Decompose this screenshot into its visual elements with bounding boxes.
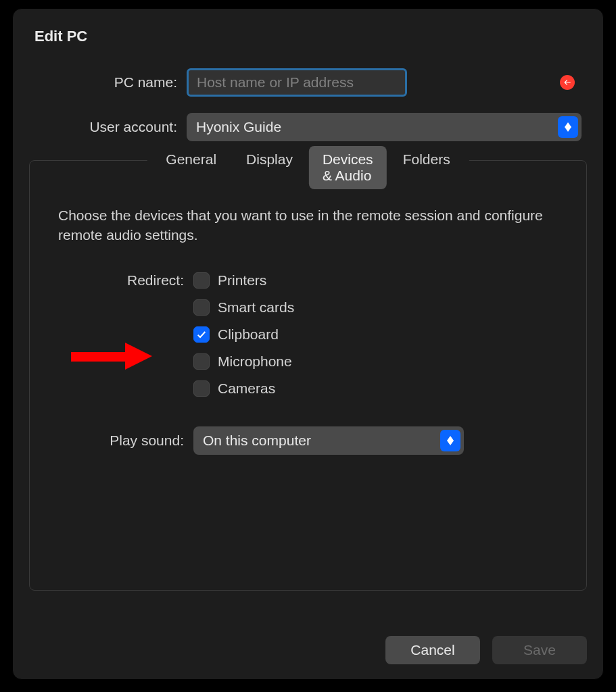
tab-folders[interactable]: Folders — [389, 146, 464, 189]
pc-name-row: PC name: — [34, 68, 582, 97]
dialog-title: Edit PC — [34, 28, 587, 45]
tab-bar: General Display Devices & Audio Folders — [147, 146, 469, 189]
cameras-checkbox[interactable] — [193, 380, 210, 397]
settings-panel: General Display Devices & Audio Folders … — [29, 160, 587, 591]
pc-name-input[interactable] — [187, 68, 407, 97]
tab-display[interactable]: Display — [233, 146, 306, 189]
clipboard-checkbox[interactable] — [193, 326, 210, 343]
user-account-row: User account: Hyonix Guide — [34, 113, 582, 141]
printers-option[interactable]: Printers — [193, 272, 294, 289]
play-sound-value: On this computer — [203, 432, 311, 449]
tab-general[interactable]: General — [152, 146, 230, 189]
microphone-label: Microphone — [218, 353, 292, 370]
dialog-footer: Cancel Save — [385, 636, 587, 664]
edit-pc-dialog: Edit PC PC name: User account: Hyonix Gu… — [12, 8, 604, 680]
clipboard-label: Clipboard — [218, 326, 279, 343]
redirect-row: Redirect: Printers Smart cards — [58, 272, 558, 397]
redirect-options: Printers Smart cards Clipboard — [193, 272, 294, 397]
microphone-checkbox[interactable] — [193, 353, 210, 370]
user-account-value: Hyonix Guide — [196, 119, 281, 135]
svg-marker-1 — [125, 343, 152, 370]
smart-cards-label: Smart cards — [218, 299, 294, 316]
cancel-button[interactable]: Cancel — [385, 636, 480, 664]
save-button[interactable]: Save — [492, 636, 587, 664]
clipboard-option[interactable]: Clipboard — [193, 326, 294, 343]
panel-description: Choose the devices that you want to use … — [58, 205, 558, 245]
tab-devices-audio[interactable]: Devices & Audio — [309, 146, 387, 189]
pc-name-input-wrap — [187, 68, 582, 97]
chevron-up-down-icon — [558, 116, 578, 138]
cameras-label: Cameras — [218, 380, 275, 397]
svg-rect-0 — [71, 352, 125, 362]
cameras-option[interactable]: Cameras — [193, 380, 294, 397]
form-area: PC name: User account: Hyonix Guide — [29, 68, 587, 141]
printers-checkbox[interactable] — [193, 272, 210, 289]
microphone-option[interactable]: Microphone — [193, 353, 294, 370]
play-sound-select[interactable]: On this computer — [193, 426, 464, 455]
play-sound-label: Play sound: — [58, 432, 193, 449]
chevron-up-down-icon — [440, 430, 460, 451]
user-account-select[interactable]: Hyonix Guide — [187, 113, 582, 141]
annotation-arrow-icon — [71, 343, 152, 370]
smart-cards-option[interactable]: Smart cards — [193, 299, 294, 316]
pc-name-label: PC name: — [34, 74, 187, 91]
error-icon — [560, 75, 575, 90]
smart-cards-checkbox[interactable] — [193, 299, 210, 316]
redirect-label: Redirect: — [58, 272, 193, 289]
user-account-label: User account: — [34, 119, 187, 135]
play-sound-row: Play sound: On this computer — [58, 426, 558, 455]
printers-label: Printers — [218, 272, 266, 289]
